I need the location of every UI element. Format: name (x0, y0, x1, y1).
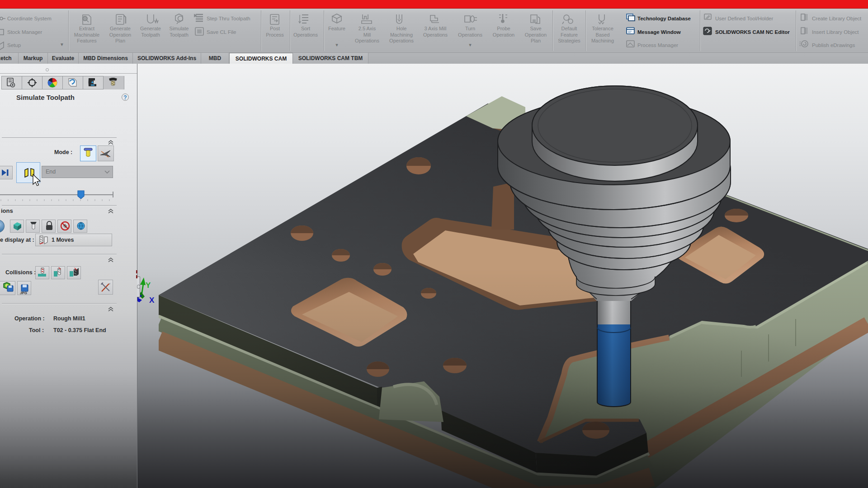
svg-text:JPG: JPG (20, 291, 27, 295)
svg-text:Y: Y (146, 281, 151, 290)
svg-text:X: X (149, 296, 155, 305)
